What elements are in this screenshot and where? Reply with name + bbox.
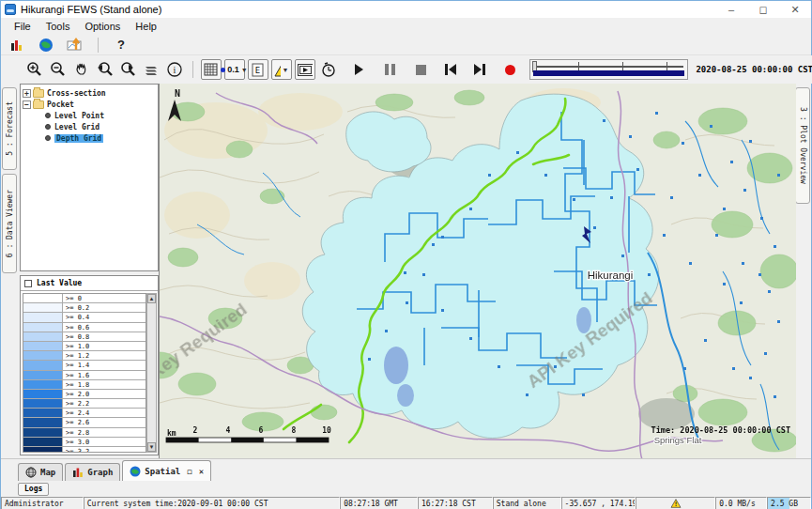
- legend-row[interactable]: >= 0.6: [23, 323, 146, 332]
- expand-plus-icon[interactable]: +: [23, 89, 31, 98]
- minimize-button[interactable]: –: [715, 2, 747, 18]
- tab-plot-overview[interactable]: 3 : Plot Overview: [795, 87, 810, 204]
- legend-class-label: >= 2.4: [63, 409, 89, 417]
- tab-forecast[interactable]: 5 : Forecast: [2, 87, 17, 170]
- profile-display-icon[interactable]: [65, 35, 85, 55]
- memory-usage-label: 2.5 GB: [771, 500, 798, 508]
- legend-class-table: >= 0 >= 0.2 >= 0.4 >= 0.6 >= 0.8 >= 1.0 …: [23, 293, 146, 453]
- legend-color-swatch: [23, 428, 63, 437]
- legend-row[interactable]: >= 2.2: [23, 399, 146, 409]
- legend-row[interactable]: >= 2.0: [23, 390, 146, 399]
- legend-class-label: >= 3.0: [63, 438, 89, 446]
- legend-class-label: >= 1.6: [63, 371, 89, 379]
- layers-icon[interactable]: [141, 59, 161, 80]
- warning-threshold-dropdown[interactable]: ! ▼: [271, 59, 292, 80]
- legend-row[interactable]: >= 0.8: [23, 332, 146, 342]
- scroll-down-icon[interactable]: ▼: [147, 442, 156, 452]
- legend-color-swatch: [23, 447, 63, 453]
- node-bullet-icon: [45, 124, 51, 130]
- tree-item-level-grid[interactable]: Level Grid: [45, 121, 156, 132]
- status-user: Administrator: [1, 497, 84, 509]
- tab-data-viewer[interactable]: 6 : Data Viewer: [2, 174, 17, 273]
- status-bar: Administrator Current system time:2020-0…: [1, 497, 811, 509]
- status-memory: 2.5 GB: [767, 497, 811, 509]
- legend-row[interactable]: >= 3.2: [23, 447, 146, 453]
- svg-text:4: 4: [226, 426, 231, 435]
- tab-graph[interactable]: Graph: [65, 463, 120, 481]
- status-system-time: Current system time:2020-09-01 00:00 CST: [84, 497, 340, 509]
- status-warning-cell[interactable]: !: [636, 497, 715, 509]
- interval-dot-icon: [221, 68, 225, 72]
- animation-movie-button[interactable]: [295, 59, 315, 80]
- menu-help[interactable]: Help: [128, 19, 164, 34]
- legend-row[interactable]: >= 1.4: [23, 361, 146, 370]
- window-title: Hikurangi FEWS (Stand alone): [21, 4, 161, 15]
- grid-interval-dropdown[interactable]: 0.1 ▼: [224, 59, 245, 80]
- pan-hand-icon[interactable]: [70, 59, 91, 80]
- legend-row[interactable]: >= 1.2: [23, 351, 146, 361]
- legend-row[interactable]: >= 0.4: [23, 313, 146, 322]
- map-view[interactable]: API Key Required API Key Required N Hiku…: [159, 84, 796, 458]
- skip-to-end-button[interactable]: [469, 59, 490, 80]
- chevron-down-icon: ▼: [283, 67, 289, 73]
- tree-item-depth-grid[interactable]: Depth Grid: [45, 132, 156, 144]
- stop-button[interactable]: [411, 59, 432, 80]
- zoom-in-icon[interactable]: [23, 59, 44, 80]
- play-button[interactable]: [349, 59, 370, 80]
- legend-row[interactable]: >= 1.0: [23, 342, 146, 351]
- tab-maximize-icon[interactable]: ◻: [187, 467, 192, 476]
- maximize-button[interactable]: ◻: [747, 2, 779, 18]
- record-button[interactable]: [500, 59, 521, 80]
- menu-options[interactable]: Options: [77, 19, 128, 34]
- label-toggle-button[interactable]: E: [248, 59, 268, 80]
- pause-button[interactable]: [380, 59, 401, 80]
- skip-to-start-button[interactable]: [440, 59, 461, 80]
- zoom-previous-icon[interactable]: [94, 59, 115, 80]
- logs-tab[interactable]: Logs: [18, 483, 49, 496]
- tree-item-label: Pocket: [47, 100, 74, 109]
- legend-color-swatch: [23, 371, 63, 379]
- explorer-chart-icon[interactable]: [7, 35, 27, 55]
- legend-row[interactable]: >= 3.0: [23, 438, 146, 447]
- legend-row[interactable]: >= 1.6: [23, 371, 146, 380]
- layer-tree-panel[interactable]: + Cross-section − Pocket Level Point Lev…: [20, 84, 159, 271]
- legend-class-label: >= 1.0: [63, 342, 89, 350]
- legend-color-swatch: [23, 361, 63, 369]
- tree-item-pocket[interactable]: − Pocket: [23, 99, 156, 110]
- map-time-label: Time: 2020-08-25 00:00:00 CST: [651, 425, 790, 435]
- last-value-checkbox[interactable]: [24, 280, 32, 287]
- legend-row[interactable]: >= 0: [23, 294, 146, 303]
- svg-text:10: 10: [322, 426, 331, 435]
- title-bar[interactable]: Hikurangi FEWS (Stand alone) – ◻ ✕: [1, 1, 811, 18]
- menu-tools[interactable]: Tools: [38, 19, 78, 34]
- close-button[interactable]: ✕: [779, 2, 811, 18]
- last-value-label: Last Value: [37, 279, 82, 287]
- tab-spatial[interactable]: Spatial ◻ ✕: [122, 460, 211, 481]
- tab-close-icon[interactable]: ✕: [199, 467, 204, 476]
- tree-item-label-selected: Depth Grid: [54, 134, 103, 143]
- svg-text:E: E: [255, 66, 260, 75]
- timer-clock-icon[interactable]: [318, 59, 339, 80]
- legend-row[interactable]: >= 2.8: [23, 428, 146, 438]
- collapse-minus-icon[interactable]: −: [23, 100, 31, 109]
- legend-class-label: >= 2.6: [63, 418, 89, 426]
- time-slider[interactable]: [529, 59, 689, 80]
- svg-text:2: 2: [193, 426, 198, 435]
- scroll-up-icon[interactable]: ▲: [147, 294, 156, 303]
- zoom-out-icon[interactable]: [47, 59, 68, 80]
- legend-row[interactable]: >= 2.6: [23, 418, 146, 427]
- help-button[interactable]: ?: [111, 35, 131, 55]
- tree-item-level-point[interactable]: Level Point: [45, 110, 156, 121]
- grid-display-button[interactable]: [201, 59, 222, 80]
- menu-file[interactable]: File: [7, 19, 38, 34]
- legend-row[interactable]: >= 1.8: [23, 380, 146, 390]
- tree-item-cross-section[interactable]: + Cross-section: [23, 87, 156, 99]
- tab-map[interactable]: Map: [18, 463, 63, 481]
- legend-scrollbar[interactable]: ▲ ▼: [146, 293, 157, 453]
- globe-map-icon[interactable]: [36, 35, 56, 55]
- info-icon[interactable]: i: [164, 59, 185, 80]
- legend-row[interactable]: >= 2.4: [23, 409, 146, 418]
- zoom-next-icon[interactable]: [117, 59, 138, 80]
- legend-row[interactable]: >= 0.2: [23, 303, 146, 313]
- status-bandwidth: 0.0 MB/s: [715, 497, 767, 509]
